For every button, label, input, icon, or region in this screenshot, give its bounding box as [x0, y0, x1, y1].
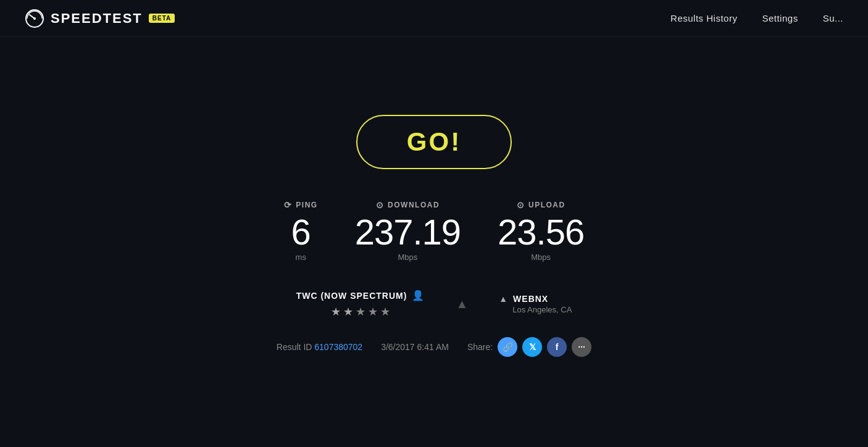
download-icon: ⊙	[376, 200, 385, 210]
share-link-button[interactable]: 🔗	[498, 337, 517, 357]
download-label: DOWNLOAD	[388, 201, 440, 209]
upload-unit: Mbps	[531, 253, 551, 262]
nav-links: Results History Settings Su...	[670, 13, 843, 23]
beta-badge: BETA	[149, 14, 175, 23]
header: SPEEDTEST BETA Results History Settings …	[0, 0, 868, 37]
star-5: ★	[380, 305, 390, 319]
share-twitter-button[interactable]: 𝕏	[522, 337, 542, 357]
star-2: ★	[343, 305, 353, 319]
download-unit: Mbps	[398, 253, 417, 262]
logo-text: SPEEDTEST	[51, 10, 143, 27]
star-4: ★	[368, 305, 378, 319]
server-icon: ▲	[499, 294, 508, 304]
upload-header: ⊙ UPLOAD	[517, 200, 565, 210]
upload-icon: ⊙	[517, 200, 525, 210]
result-date: 3/6/2017 6:41 AM	[381, 342, 449, 352]
settings-link[interactable]: Settings	[762, 13, 798, 23]
server-name-text: WEBNX	[513, 294, 548, 304]
person-icon: 👤	[412, 290, 425, 301]
provider-info: TWC (NOW SPECTRUM) 👤 ★ ★ ★ ★ ★	[296, 290, 425, 319]
server-location: Los Angeles, CA	[512, 305, 572, 314]
share-more-button[interactable]: ···	[572, 337, 591, 357]
go-button[interactable]: GO!	[356, 115, 512, 169]
upload-value: 23.56	[498, 212, 584, 252]
provider-name-row: TWC (NOW SPECTRUM) 👤	[296, 290, 425, 301]
share-facebook-button[interactable]: f	[547, 337, 567, 357]
stat-ping: ⟳ PING 6 ms	[284, 200, 318, 262]
share-label: Share:	[467, 342, 493, 352]
provider-row: TWC (NOW SPECTRUM) 👤 ★ ★ ★ ★ ★ ▲ ▲ WEBNX…	[296, 290, 572, 319]
svg-point-1	[33, 17, 36, 20]
download-value: 237.19	[355, 212, 461, 252]
provider-server-divider: ▲	[456, 297, 468, 311]
star-1: ★	[331, 305, 341, 319]
share-area: Share: 🔗 𝕏 f ···	[467, 337, 591, 357]
speedtest-logo-icon	[25, 9, 44, 28]
logo-area: SPEEDTEST BETA	[25, 9, 175, 28]
ping-value: 6	[291, 212, 311, 252]
server-info: ▲ WEBNX Los Angeles, CA	[499, 294, 572, 314]
result-row: Result ID 6107380702 3/6/2017 6:41 AM Sh…	[277, 337, 591, 357]
star-3: ★	[356, 305, 365, 319]
ping-icon: ⟳	[284, 200, 293, 210]
download-header: ⊙ DOWNLOAD	[376, 200, 440, 210]
stats-row: ⟳ PING 6 ms ⊙ DOWNLOAD 237.19 Mbps ⊙ UPL…	[284, 200, 584, 262]
stat-download: ⊙ DOWNLOAD 237.19 Mbps	[355, 200, 461, 262]
ping-header: ⟳ PING	[284, 200, 318, 210]
server-name-row: ▲ WEBNX	[499, 294, 548, 304]
result-id-label: Result ID 6107380702	[277, 342, 362, 352]
main-content: GO! ⟳ PING 6 ms ⊙ DOWNLOAD 237.19 Mbps ⊙…	[0, 37, 868, 447]
stat-upload: ⊙ UPLOAD 23.56 Mbps	[498, 200, 584, 262]
upload-label: UPLOAD	[528, 201, 565, 209]
ping-unit: ms	[296, 253, 306, 262]
support-link[interactable]: Su...	[823, 13, 843, 23]
ping-label: PING	[296, 201, 317, 209]
results-history-link[interactable]: Results History	[670, 13, 737, 23]
result-id-link[interactable]: 6107380702	[314, 342, 362, 352]
provider-stars: ★ ★ ★ ★ ★	[331, 305, 390, 319]
provider-name-text: TWC (NOW SPECTRUM)	[296, 291, 407, 301]
